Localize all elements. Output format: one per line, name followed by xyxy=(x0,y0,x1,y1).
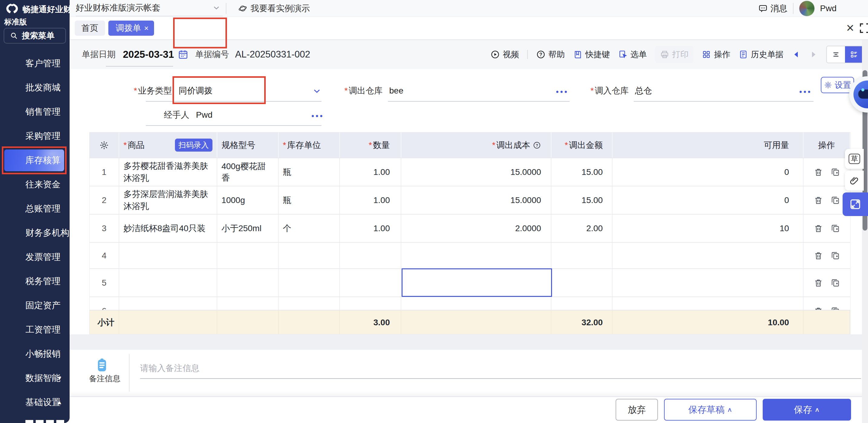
tab-transfer-order[interactable]: 调拨单 × xyxy=(108,21,154,36)
delete-row-icon[interactable] xyxy=(813,167,823,177)
brand-edition: 标准版 xyxy=(4,17,27,27)
save-button[interactable]: 保存∧ xyxy=(763,399,851,421)
close-icon[interactable]: × xyxy=(846,19,854,37)
cell-amount[interactable]: 2.00 xyxy=(551,215,613,242)
in-warehouse-value[interactable]: 总仓 xyxy=(635,85,652,97)
divider xyxy=(527,50,528,59)
copy-row-icon[interactable] xyxy=(831,195,840,205)
copy-row-icon[interactable] xyxy=(831,224,840,233)
cell-qty[interactable]: 1.00 xyxy=(340,186,401,214)
help-button[interactable]: ? 帮助 xyxy=(536,49,565,60)
handler-picker-icon[interactable] xyxy=(312,115,322,117)
tab-close-icon[interactable]: × xyxy=(144,24,149,33)
sidebar-item-settings[interactable]: 基础设置 ▲ xyxy=(0,390,70,415)
sidebar-item-expense[interactable]: 小畅报销 xyxy=(0,342,70,366)
delete-row-icon[interactable] xyxy=(813,306,823,310)
business-type-value[interactable]: 同价调拨 xyxy=(179,85,213,97)
cell-cost[interactable] xyxy=(401,297,551,310)
remark-section: 备注信息 xyxy=(70,350,868,396)
cell-product[interactable] xyxy=(119,269,217,296)
cell-cost[interactable]: 15.0000 xyxy=(401,158,551,186)
fullscreen-icon[interactable] xyxy=(858,22,868,34)
copy-row-icon[interactable] xyxy=(831,306,840,310)
cell-cost-selected[interactable] xyxy=(401,269,551,296)
cell-product[interactable]: 多芬樱花甜香滋养美肤沐浴乳 xyxy=(119,158,217,186)
cell-amount[interactable] xyxy=(551,297,613,310)
expand-button[interactable] xyxy=(843,192,868,216)
account-set-selector[interactable]: 好业财标准版演示帐套 xyxy=(76,0,223,17)
user-avatar[interactable] xyxy=(799,1,815,17)
menu-search-input[interactable]: 搜索菜单 xyxy=(4,28,66,43)
sidebar-item-wholesale[interactable]: 批发商城 xyxy=(0,76,70,100)
user-name[interactable]: Pwd xyxy=(820,4,837,13)
prev-record-icon[interactable] xyxy=(792,50,801,59)
cell-cost[interactable]: 2.0000 xyxy=(401,215,551,242)
cell-qty[interactable]: 1.00 xyxy=(340,215,401,242)
draft-box-button[interactable]: 草 xyxy=(845,149,864,169)
column-settings-gear-icon[interactable] xyxy=(90,133,119,158)
out-warehouse-picker-icon[interactable] xyxy=(556,91,567,93)
handler-value[interactable]: Pwd xyxy=(196,110,213,120)
calendar-icon[interactable] xyxy=(178,49,189,60)
sidebar-item-invoice[interactable]: 发票管理 xyxy=(0,245,70,269)
sidebar-item-fixed-assets[interactable]: 固定资产 xyxy=(0,293,70,318)
cell-product[interactable]: 妙洁纸杯8盎司40只装 xyxy=(119,215,217,242)
cell-product[interactable] xyxy=(119,243,217,268)
cell-product[interactable] xyxy=(119,297,217,310)
discard-button[interactable]: 放弃 xyxy=(616,399,658,421)
cell-qty[interactable] xyxy=(340,269,401,296)
demo-link[interactable]: 我要看实例演示 xyxy=(238,0,310,17)
messages-button[interactable]: 消息 xyxy=(758,3,787,14)
scan-entry-button[interactable]: 扫码录入 xyxy=(175,138,213,152)
history-button[interactable]: 历史单据 xyxy=(739,49,783,60)
doc-date-value[interactable]: 2025-03-31 xyxy=(123,49,174,60)
subtotal-unit xyxy=(279,311,340,334)
cell-cost[interactable]: 15.0000 xyxy=(401,186,551,214)
delete-row-icon[interactable] xyxy=(813,251,823,261)
sidebar-item-purchase[interactable]: 采购管理 xyxy=(0,124,70,148)
sidebar-item-ledger[interactable]: 总账管理 xyxy=(0,197,70,221)
sidebar-item-cutoff[interactable] xyxy=(25,420,64,423)
cell-amount[interactable]: 15.00 xyxy=(551,186,613,214)
select-doc-button[interactable]: 选单 xyxy=(618,49,647,60)
next-record-icon[interactable] xyxy=(809,50,818,59)
settings-button[interactable]: 设置 xyxy=(821,77,854,93)
delete-row-icon[interactable] xyxy=(813,195,823,205)
cell-cost[interactable] xyxy=(401,243,551,268)
chevron-down-icon[interactable] xyxy=(312,86,322,96)
remark-input[interactable] xyxy=(140,358,861,379)
copy-row-icon[interactable] xyxy=(831,167,840,177)
card-view-button[interactable] xyxy=(845,46,863,63)
sidebar-item-data-intel[interactable]: 数据智能 ▼ xyxy=(0,366,70,390)
attachment-button[interactable] xyxy=(845,171,864,191)
field-underline xyxy=(146,125,321,126)
in-warehouse-picker-icon[interactable] xyxy=(800,91,810,93)
delete-row-icon[interactable] xyxy=(813,278,823,288)
print-button[interactable]: 打印 xyxy=(655,46,693,63)
sidebar-item-tax[interactable]: 税务管理 xyxy=(0,269,70,293)
sidebar-item-inventory[interactable]: 库存核算 xyxy=(4,150,64,171)
sidebar-item-multi-org[interactable]: 财务多机构 xyxy=(0,221,70,245)
sidebar-item-funds[interactable]: 往来资金 xyxy=(0,172,70,197)
copy-row-icon[interactable] xyxy=(831,251,840,261)
cell-qty[interactable] xyxy=(340,243,401,268)
list-view-button[interactable] xyxy=(827,46,845,63)
help-circle-icon[interactable]: ? xyxy=(533,141,541,150)
cell-amount[interactable] xyxy=(551,269,613,296)
cell-qty[interactable]: 1.00 xyxy=(340,158,401,186)
cell-amount[interactable] xyxy=(551,243,613,268)
video-button[interactable]: 视频 xyxy=(490,49,519,60)
cell-amount[interactable]: 15.00 xyxy=(551,158,613,186)
actions-button[interactable]: 操作 xyxy=(702,49,730,60)
save-draft-button[interactable]: 保存草稿∧ xyxy=(664,399,756,421)
tab-home[interactable]: 首页 xyxy=(75,21,105,36)
hotkeys-button[interactable]: 快捷键 xyxy=(573,49,610,60)
cell-product[interactable]: 多芬深层营润滋养美肤沐浴乳 xyxy=(119,186,217,214)
sidebar-item-customer[interactable]: 客户管理 xyxy=(0,52,70,76)
sidebar-item-sales[interactable]: 销售管理 xyxy=(0,100,70,124)
copy-row-icon[interactable] xyxy=(831,278,840,288)
delete-row-icon[interactable] xyxy=(813,224,823,233)
sidebar-item-payroll[interactable]: 工资管理 xyxy=(0,318,70,342)
cell-qty[interactable] xyxy=(340,297,401,310)
out-warehouse-value[interactable]: bee xyxy=(389,85,403,97)
